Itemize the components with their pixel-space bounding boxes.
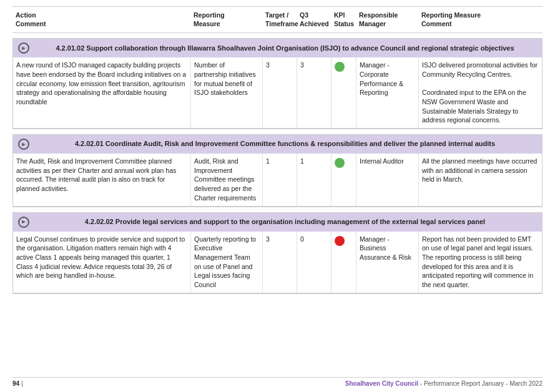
cell-achieved-3: 0 <box>297 232 332 293</box>
section-2-header: ► 4.2.02.01 Coordinate Audit, Risk and I… <box>13 135 542 154</box>
col-manager: ResponsibleManager <box>356 9 418 30</box>
cell-achieved-1: 3 <box>297 57 332 128</box>
col-action: ActionComment <box>12 9 190 30</box>
section-1-arrow-icon: ► <box>18 42 29 54</box>
cell-manager-3: Manager - Business Assurance & Risk <box>356 232 419 293</box>
cell-target-2: 1 <box>263 154 297 205</box>
gap-2 <box>12 129 543 134</box>
footer-report-label: - Performance Report <box>418 380 482 387</box>
section-1-header: ► 4.2.01.02 Support collaboration throug… <box>13 39 542 57</box>
table-row: A new round of ISJO managed capacity bui… <box>13 57 542 129</box>
footer-report: Shoalhaven City Council - Performance Re… <box>345 380 543 387</box>
col-achieved: Q3Achieved <box>297 9 331 30</box>
footer-page: 94 | <box>12 380 23 387</box>
col-kpi: KPIStatus <box>331 9 356 30</box>
section-1-title: 4.2.01.02 Support collaboration through … <box>33 44 537 53</box>
page-number: 94 <box>12 380 19 387</box>
footer-period: January - March 2022 <box>482 380 543 387</box>
cell-achieved-2: 1 <box>297 154 332 205</box>
section-2-arrow-icon: ► <box>18 139 29 150</box>
table-row: The Audit, Risk and Improvement Committe… <box>13 154 542 206</box>
cell-comment-1: ISJO delivered promotional activities fo… <box>419 57 542 128</box>
cell-status-1 <box>332 57 356 128</box>
status-dot-red <box>335 236 345 246</box>
section-3-arrow-icon: ► <box>18 217 29 228</box>
cell-measure-1: Number of partnership initiatives for mu… <box>191 57 263 128</box>
cell-action-1: A new round of ISJO managed capacity bui… <box>13 57 191 128</box>
cell-action-2: The Audit, Risk and Improvement Committe… <box>13 154 191 205</box>
footer-brand: Shoalhaven City Council <box>345 380 418 387</box>
status-dot-green-2 <box>335 158 345 168</box>
section-2-wrapper: ► 4.2.02.01 Coordinate Audit, Risk and I… <box>12 134 543 207</box>
col-comment: Reporting MeasureComment <box>418 9 543 30</box>
page: ActionComment ReportingMeasure Target /T… <box>0 0 555 392</box>
gap-3 <box>12 207 543 212</box>
cell-action-3: Legal Counsel continues to provide servi… <box>13 232 191 293</box>
cell-manager-1: Manager - Corporate Performance & Report… <box>356 57 419 128</box>
section-2-title: 4.2.02.01 Coordinate Audit, Risk and Imp… <box>33 139 537 149</box>
status-dot-green <box>335 62 345 72</box>
footer: 94 | Shoalhaven City Council - Performan… <box>12 377 543 387</box>
table-row: Legal Counsel continues to provide servi… <box>13 232 542 293</box>
cell-measure-3: Quarterly reporting to Executive Managem… <box>191 232 263 293</box>
cell-target-3: 3 <box>263 232 297 293</box>
cell-status-3 <box>332 232 356 293</box>
table-header: ActionComment ReportingMeasure Target /T… <box>12 6 543 33</box>
cell-manager-2: Internal Auditor <box>356 154 419 205</box>
footer-separator: | <box>21 380 23 387</box>
cell-comment-2: All the planned meetings have occurred w… <box>419 154 542 205</box>
cell-comment-3: Report has not been provided to EMT on u… <box>419 232 542 293</box>
cell-measure-2: Audit, Risk and Improvement Committee me… <box>191 154 263 205</box>
gap-1 <box>12 33 543 38</box>
col-target: Target /Timeframe <box>262 9 297 30</box>
cell-status-2 <box>332 154 356 205</box>
section-3-wrapper: ► 4.2.02.02 Provide legal services and s… <box>12 212 543 294</box>
section-3-header: ► 4.2.02.02 Provide legal services and s… <box>13 213 542 232</box>
section-1-wrapper: ► 4.2.01.02 Support collaboration throug… <box>12 38 543 129</box>
col-measure: ReportingMeasure <box>190 9 262 30</box>
section-3-title: 4.2.02.02 Provide legal services and sup… <box>33 217 537 227</box>
cell-target-1: 3 <box>263 57 297 128</box>
